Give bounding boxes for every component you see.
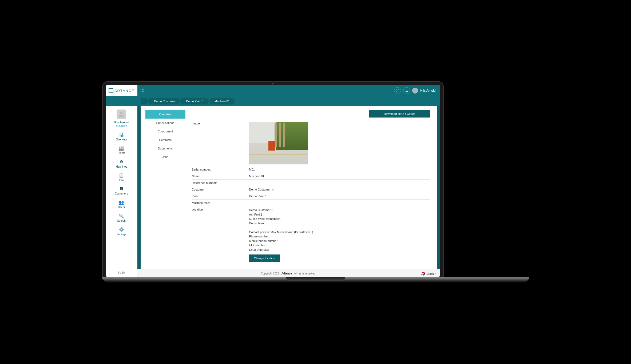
collapse-icon[interactable] <box>141 89 144 92</box>
flag-icon <box>421 272 425 276</box>
nav-customers[interactable]: 🖥Customers <box>106 187 137 195</box>
nav-label: Settings <box>117 233 126 236</box>
nav-search[interactable]: 🔍Search <box>106 213 137 222</box>
user-avatar <box>117 110 126 119</box>
main: Overview Specifications Component Contra… <box>137 106 440 277</box>
breadcrumb-home[interactable]: ⌂ <box>141 98 147 104</box>
field-value: Demo Customer↻ <box>249 188 430 191</box>
field-plant: Plant: Demo Plant 1 <box>192 193 430 200</box>
language-label: English <box>426 269 436 277</box>
customers-icon: 🖥 <box>119 187 124 191</box>
field-label: Plant: <box>192 195 249 198</box>
fullscreen-icon[interactable]: ⛶ <box>394 87 401 94</box>
location-block: Demo Customer 1 Am Feld 1 69483 Wald-Mic… <box>249 208 430 262</box>
download-qr-button[interactable]: Download all QR-Codes <box>369 110 430 118</box>
nav-label: Search <box>117 219 126 222</box>
field-label: Serial number: <box>192 168 249 171</box>
jobs-icon: 📋 <box>119 173 124 178</box>
gear-icon: ⚙️ <box>119 227 124 232</box>
breadcrumb-item[interactable]: Demo Plant 1 <box>181 98 207 104</box>
nav-overview[interactable]: 📊Overview <box>106 132 137 141</box>
plants-icon: 🏭 <box>119 146 124 151</box>
sync-icon[interactable]: ↻ <box>272 188 274 191</box>
cloud-icon[interactable]: ☁ <box>403 87 410 94</box>
nav-label: Overview <box>116 138 127 141</box>
tab-contracts[interactable]: Contracts <box>145 136 185 144</box>
field-value: Demo Plant 1 <box>249 195 430 198</box>
field-label: Name: <box>192 175 249 178</box>
topbar: ADTANCE ⛶ ☁ Nils Arnold <box>106 85 440 96</box>
nav-label: Jobs <box>118 179 124 182</box>
breadcrumb-item[interactable]: Demo Customer <box>149 98 178 104</box>
nav-label: Users <box>118 206 125 209</box>
search-icon: 🔍 <box>119 213 124 219</box>
nav-jobs[interactable]: 📋Jobs <box>106 173 137 182</box>
language-selector[interactable]: English <box>421 269 436 277</box>
field-name: Name: Machine 01 <box>192 173 430 180</box>
field-image: Image: <box>192 120 430 166</box>
tab-specifications[interactable]: Specifications <box>145 119 185 127</box>
nav-label: Machines <box>116 165 127 168</box>
nav-plants[interactable]: 🏭Plants <box>106 146 137 155</box>
field-value <box>249 201 430 204</box>
field-machine-type: Machine type: <box>192 200 430 206</box>
field-label: Customer: <box>192 188 249 191</box>
breadcrumb-item[interactable]: Machine 01 <box>210 98 233 104</box>
machine-image <box>249 122 308 164</box>
app-screen: ADTANCE ⛶ ☁ Nils Arnold ⌂ Demo Customer … <box>106 85 440 277</box>
field-value: Machine 01 <box>249 175 430 178</box>
dashboard-icon: 📊 <box>119 132 124 137</box>
nav: 📊Overview 🏭Plants ⚙Machines 📋Jobs 🖥Custo… <box>106 132 137 236</box>
tab-component[interactable]: Component <box>145 127 185 136</box>
nav-label: Plants <box>118 152 125 155</box>
tab-documents[interactable]: Documents <box>145 144 185 153</box>
field-label: Location: <box>192 208 249 262</box>
nav-users[interactable]: 👥Users <box>106 200 137 209</box>
field-serial: Serial number: M01 <box>192 166 430 173</box>
nav-settings[interactable]: ⚙️Settings <box>106 227 137 236</box>
field-label: Reference number: <box>192 181 249 184</box>
camera-dot <box>272 83 274 84</box>
breadcrumb: ⌂ Demo Customer Demo Plant 1 Machine 01 <box>106 96 440 106</box>
field-value: M01 <box>249 168 430 171</box>
laptop-frame: ADTANCE ⛶ ☁ Nils Arnold ⌂ Demo Customer … <box>102 81 444 277</box>
tab-jobs[interactable]: Jobs <box>145 153 185 161</box>
details-panel: Download all QR-Codes Image: <box>185 106 437 269</box>
field-label: Image: <box>192 122 249 164</box>
footer: Copyright 2023 - Adtance - All rights re… <box>137 269 440 277</box>
field-customer: Customer: Demo Customer↻ <box>192 186 430 193</box>
field-label: Machine type: <box>192 201 249 204</box>
sidebar: Nils Arnold Online 📊Overview 🏭Plants ⚙Ma… <box>106 106 137 277</box>
machines-icon: ⚙ <box>120 159 123 164</box>
laptop-base <box>102 277 529 283</box>
content-card: Overview Specifications Component Contra… <box>141 106 437 269</box>
sub-tabs: Overview Specifications Component Contra… <box>145 110 185 269</box>
change-location-button[interactable]: Change location <box>249 254 280 262</box>
status-badge: Online <box>116 124 127 127</box>
sidebar-username: Nils Arnold <box>114 121 129 124</box>
field-reference: Reference number: <box>192 180 430 186</box>
nav-label: Customers <box>115 192 128 195</box>
field-location: Location: Demo Customer 1 Am Feld 1 6948… <box>192 206 430 264</box>
brand-logo[interactable]: ADTANCE <box>106 85 137 96</box>
nav-machines[interactable]: ⚙Machines <box>106 159 137 168</box>
topbar-username[interactable]: Nils Arnold <box>420 89 435 92</box>
avatar[interactable] <box>412 88 418 94</box>
field-value <box>249 181 430 184</box>
sidebar-footer: 5 / 50 <box>118 269 125 277</box>
users-icon: 👥 <box>119 200 124 205</box>
tab-overview[interactable]: Overview <box>145 110 185 119</box>
